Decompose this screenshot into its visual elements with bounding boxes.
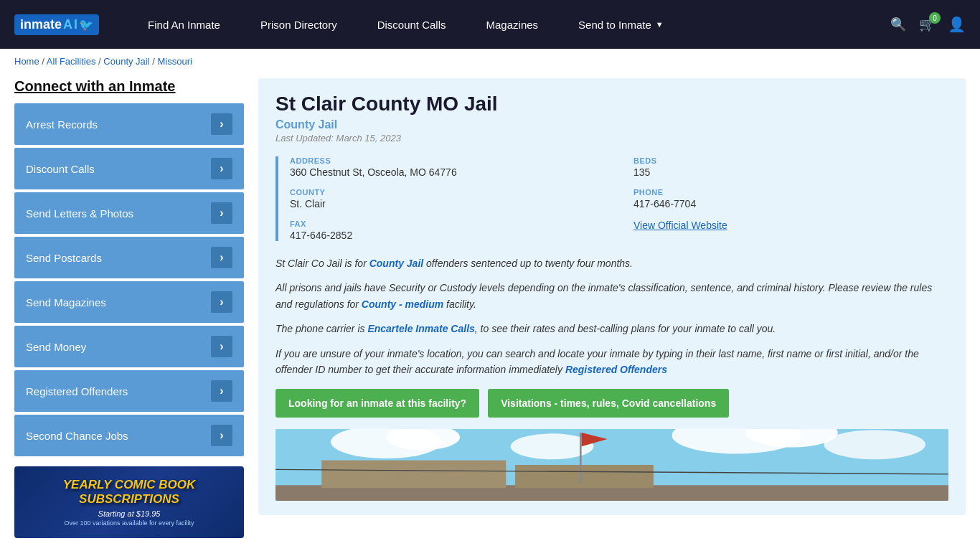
cart-badge: 0 xyxy=(929,12,941,24)
arrow-icon: › xyxy=(211,336,232,357)
main-content: Connect with an Inmate Arrest Records › … xyxy=(0,74,980,551)
user-button[interactable]: 👤 xyxy=(948,16,966,33)
desc3: The phone carrier is Encartele Inmate Ca… xyxy=(275,321,948,336)
facility-type: County Jail xyxy=(275,118,948,131)
facility-info-grid: ADDRESS 360 Chestnut St, Osceola, MO 647… xyxy=(275,156,948,241)
sidebar: Connect with an Inmate Arrest Records › … xyxy=(14,78,244,538)
ad-title: Yearly Comic Book Subscriptions xyxy=(63,478,196,507)
sidebar-title: Connect with an Inmate xyxy=(14,78,244,95)
nav-prison-directory[interactable]: Prison Directory xyxy=(240,0,357,49)
sidebar-item-second-chance-jobs[interactable]: Second Chance Jobs › xyxy=(14,415,244,456)
county-label: COUNTY xyxy=(290,188,605,197)
ad-desc: Over 100 variations available for every … xyxy=(64,519,194,527)
sidebar-item-registered-offenders[interactable]: Registered Offenders › xyxy=(14,370,244,412)
desc2: All prisons and jails have Security or C… xyxy=(275,280,948,312)
navbar: inmate A I 🐦 Find An Inmate Prison Direc… xyxy=(0,0,980,49)
fax-value: 417-646-2852 xyxy=(290,230,605,241)
official-website-link[interactable]: View Official Website xyxy=(633,220,727,231)
search-button[interactable]: 🔍 xyxy=(890,17,906,32)
address-value: 360 Chestnut St, Osceola, MO 64776 xyxy=(290,166,605,178)
nav-send-to-inmate[interactable]: Send to Inmate ▼ xyxy=(558,0,684,49)
sidebar-item-discount-calls[interactable]: Discount Calls › xyxy=(14,148,244,189)
arrow-icon: › xyxy=(211,380,232,402)
arrow-icon: › xyxy=(211,158,232,179)
sidebar-item-send-money[interactable]: Send Money › xyxy=(14,326,244,367)
breadcrumb: Home / All Facilities / County Jail / Mi… xyxy=(0,49,980,74)
visitations-button[interactable]: Visitations - times, rules, Covid cancel… xyxy=(488,389,729,418)
breadcrumb-county-jail[interactable]: County Jail xyxy=(103,56,149,67)
phone-block: PHONE 417-646-7704 xyxy=(633,188,948,209)
arrow-icon: › xyxy=(211,425,232,446)
action-buttons: Looking for an inmate at this facility? … xyxy=(275,389,948,418)
breadcrumb-all-facilities[interactable]: All Facilities xyxy=(47,56,96,67)
breadcrumb-state[interactable]: Missouri xyxy=(157,56,192,67)
nav-magazines[interactable]: Magazines xyxy=(466,0,559,49)
nav-discount-calls[interactable]: Discount Calls xyxy=(357,0,466,49)
phone-value: 417-646-7704 xyxy=(633,198,948,209)
registered-offenders-link[interactable]: Registered Offenders xyxy=(565,364,667,375)
facility-name: St Clair County MO Jail xyxy=(275,93,948,116)
sidebar-item-send-postcards[interactable]: Send Postcards › xyxy=(14,237,244,278)
sidebar-item-arrest-records[interactable]: Arrest Records › xyxy=(14,103,244,145)
find-inmate-button[interactable]: Looking for an inmate at this facility? xyxy=(275,389,479,418)
facility-updated: Last Updated: March 15, 2023 xyxy=(275,133,948,143)
phone-label: PHONE xyxy=(633,188,948,197)
address-block: ADDRESS 360 Chestnut St, Osceola, MO 647… xyxy=(290,156,605,178)
nav-links: Find An Inmate Prison Directory Discount… xyxy=(128,0,890,49)
svg-rect-10 xyxy=(580,433,582,484)
county-medium-link[interactable]: County - medium xyxy=(362,298,443,310)
svg-point-6 xyxy=(824,430,925,460)
address-label: ADDRESS xyxy=(290,156,605,165)
facility-detail: St Clair County MO Jail County Jail Last… xyxy=(258,78,966,515)
ad-price: Starting at $19.95 xyxy=(98,509,161,518)
fax-label: FAX xyxy=(290,220,605,228)
sidebar-item-send-letters[interactable]: Send Letters & Photos › xyxy=(14,192,244,234)
nav-find-inmate[interactable]: Find An Inmate xyxy=(128,0,240,49)
county-block: COUNTY St. Clair xyxy=(290,188,605,209)
encartele-link[interactable]: Encartele Inmate Calls xyxy=(367,323,474,334)
website-block: View Official Website xyxy=(633,220,948,241)
beds-label: BEDS xyxy=(633,156,948,165)
sidebar-item-send-magazines[interactable]: Send Magazines › xyxy=(14,281,244,323)
svg-rect-8 xyxy=(321,461,506,489)
breadcrumb-home[interactable]: Home xyxy=(14,56,39,67)
cart-button[interactable]: 🛒 0 xyxy=(919,17,935,32)
logo[interactable]: inmate A I 🐦 xyxy=(14,14,99,35)
sidebar-ad[interactable]: Yearly Comic Book Subscriptions Starting… xyxy=(14,466,244,538)
desc1: St Clair Co Jail is for County Jail offe… xyxy=(275,255,948,271)
arrow-icon: › xyxy=(211,113,232,135)
nav-icons: 🔍 🛒 0 👤 xyxy=(890,16,966,33)
fax-block: FAX 417-646-2852 xyxy=(290,220,605,241)
arrow-icon: › xyxy=(211,291,232,313)
svg-rect-9 xyxy=(515,465,654,488)
county-value: St. Clair xyxy=(290,198,605,209)
arrow-icon: › xyxy=(211,247,232,268)
county-jail-link1[interactable]: County Jail xyxy=(369,258,423,269)
facility-descriptions: St Clair Co Jail is for County Jail offe… xyxy=(275,255,948,377)
beds-block: BEDS 135 xyxy=(633,156,948,178)
facility-image xyxy=(275,429,948,501)
arrow-icon: › xyxy=(211,202,232,224)
beds-value: 135 xyxy=(633,166,948,178)
desc4: If you are unsure of your inmate's locat… xyxy=(275,346,948,378)
